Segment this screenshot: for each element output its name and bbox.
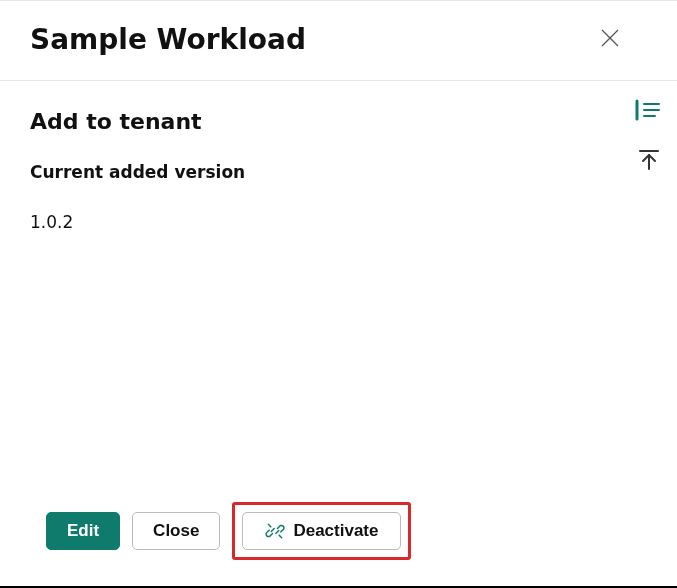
workload-panel: Sample Workload Add to tenant Current ad… bbox=[0, 1, 677, 586]
side-rail bbox=[621, 81, 677, 586]
main-content: Add to tenant Current added version 1.0.… bbox=[0, 81, 621, 586]
version-value: 1.0.2 bbox=[30, 212, 591, 232]
version-label: Current added version bbox=[30, 162, 591, 182]
section-title: Add to tenant bbox=[30, 109, 591, 134]
panel-footer: Edit Close bbox=[30, 502, 591, 566]
close-button[interactable]: Close bbox=[132, 512, 220, 550]
panel-title: Sample Workload bbox=[30, 23, 306, 56]
plug-disconnect-icon bbox=[265, 521, 285, 541]
edit-button[interactable]: Edit bbox=[46, 512, 120, 550]
close-icon[interactable] bbox=[593, 25, 627, 55]
panel-body: Add to tenant Current added version 1.0.… bbox=[0, 81, 677, 586]
deactivate-button[interactable]: Deactivate bbox=[242, 512, 401, 550]
panel-header: Sample Workload bbox=[0, 1, 677, 81]
deactivate-highlight: Deactivate bbox=[232, 502, 411, 560]
svg-line-2 bbox=[269, 524, 272, 527]
list-view-icon[interactable] bbox=[635, 99, 663, 121]
collapse-up-icon[interactable] bbox=[637, 149, 661, 171]
svg-line-3 bbox=[280, 535, 283, 538]
deactivate-label: Deactivate bbox=[293, 521, 378, 541]
